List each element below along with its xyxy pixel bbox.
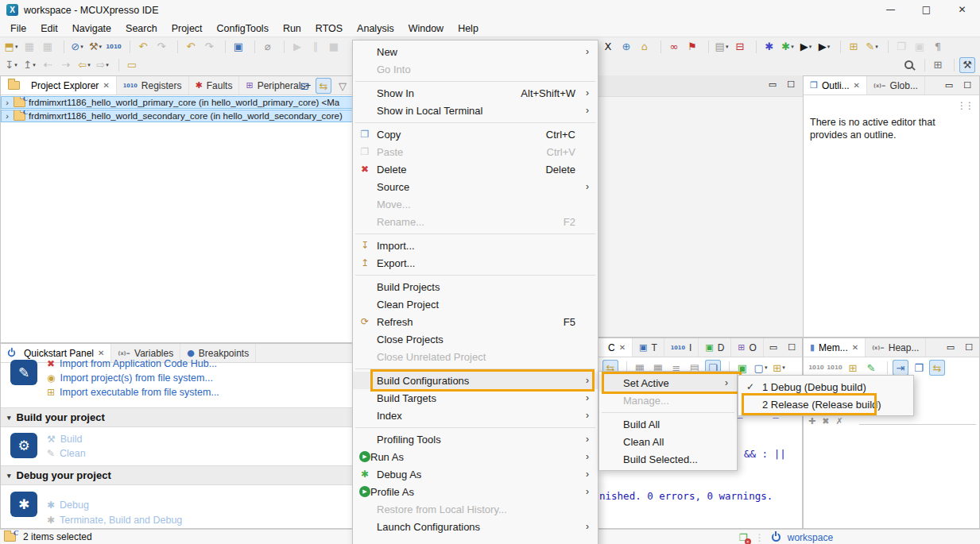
tab-heap-stack[interactable]: (x)= Heap... ✕ — [866, 338, 926, 357]
menu-run-as[interactable]: ▶ Run As › — [353, 448, 598, 465]
toolbar-separator[interactable]: ▾ — [174, 41, 178, 53]
terminal-icon[interactable]: ▣▾ — [230, 39, 246, 55]
menu-launch-configurations[interactable]: Launch Configurations › — [353, 518, 598, 535]
link-terminate-build-debug[interactable]: ✱ Terminate, Build and Debug — [47, 515, 182, 526]
link-with-editor-icon[interactable]: ⇆ — [316, 78, 331, 94]
redo-alt-icon[interactable]: ↷▾ — [201, 39, 217, 55]
toolbar-separator[interactable]: ▾ — [705, 41, 709, 53]
menu-index[interactable]: Index › — [353, 407, 598, 424]
prev-annotation-icon[interactable]: ⇠▾ — [40, 57, 56, 73]
save-icon[interactable]: ▦▾ — [21, 39, 37, 55]
menubar-item[interactable]: Edit — [33, 23, 65, 34]
add-monitor-icon[interactable]: ✚ — [808, 416, 815, 426]
menu-clean-project[interactable]: Clean Project › — [353, 295, 598, 313]
pause-icon[interactable]: ‖▾ — [308, 39, 323, 55]
menu-export[interactable]: ↥ Export... › — [353, 254, 598, 272]
menubar-item[interactable]: Help — [451, 23, 486, 34]
debug-tile[interactable]: ✱ — [10, 492, 37, 517]
menubar-item[interactable]: Project — [165, 23, 210, 34]
menubar-item[interactable]: RTOS — [308, 23, 350, 34]
debug-green-bug-icon[interactable]: ✱▾ — [780, 39, 796, 55]
minimize-icon[interactable]: ▭ — [947, 342, 955, 353]
menu-import[interactable]: ↧ Import... › — [353, 237, 598, 254]
tab-registers[interactable]: 1010 Registers ✕ — [117, 76, 189, 95]
globe-icon[interactable]: ⊕▾ — [618, 39, 634, 55]
mark-occurrences-icon[interactable]: ✎▾ — [864, 39, 880, 55]
launch-power-icon[interactable] — [772, 533, 781, 542]
tab-console[interactable]: C ✕ — [598, 338, 633, 357]
menu-paste[interactable]: ❐ Paste Ctrl+V › — [353, 143, 598, 160]
menu-close-projects[interactable]: Close Projects › — [353, 330, 598, 348]
toolbar-separator[interactable]: ▾ — [126, 41, 130, 53]
menu-delete[interactable]: ✖ Delete Delete › — [353, 160, 598, 178]
link-tool-icon[interactable]: ∞▾ — [666, 39, 682, 55]
close-icon[interactable]: ✕ — [619, 343, 626, 352]
menu-move[interactable]: Move... › — [353, 195, 598, 213]
menubar-item[interactable]: ConfigTools — [210, 23, 276, 34]
undo-icon[interactable]: ↶▾ — [135, 39, 151, 55]
forward-icon[interactable]: ⇨▾ — [95, 57, 110, 73]
toolbar-separator[interactable]: ▾ — [60, 41, 64, 53]
maximize-icon[interactable]: ☐ — [788, 342, 796, 353]
collapse-all-icon[interactable]: ⊟ — [296, 78, 312, 94]
menubar-item[interactable]: Navigate — [65, 23, 118, 34]
export-ranges-icon[interactable]: 1010▾ — [808, 360, 824, 376]
minimize-button[interactable]: — — [873, 0, 908, 20]
menu-build-all[interactable]: Build All › — [599, 415, 737, 433]
menu-clean-all[interactable]: Clean All › — [599, 433, 737, 450]
save-all-icon[interactable]: ▦▾ — [40, 39, 56, 55]
link-clean[interactable]: ✎ Clean — [47, 448, 86, 459]
debug-blue-bug-icon[interactable]: ✱▾ — [761, 39, 777, 55]
expander-icon[interactable]: › — [2, 98, 13, 107]
menu-set-active[interactable]: Set Active › — [599, 374, 737, 392]
ace-flag-icon[interactable]: ⚑▾ — [684, 39, 700, 55]
resume-icon[interactable]: ▶▾ — [289, 39, 305, 55]
link-import-projects[interactable]: ◉ Import project(s) from file system... — [47, 372, 213, 384]
close-icon[interactable]: ✕ — [852, 343, 858, 352]
skip-breakpoints-icon[interactable]: ⊘▾ — [69, 39, 85, 55]
menu-go-into[interactable]: Go Into › — [353, 60, 598, 78]
menu-build-projects[interactable]: Build Projects › — [353, 278, 598, 295]
menu-config-release[interactable]: 2 Release (Release build) — [738, 395, 913, 413]
pilcrow-icon[interactable]: ¶▾ — [930, 39, 946, 55]
menu-close-unrelated[interactable]: Close Unrelated Project › — [353, 348, 598, 365]
checkout-icon[interactable]: ↥▾ — [21, 57, 37, 73]
tab-outline[interactable]: ❐ Outli... ✕ — [804, 76, 867, 95]
no-target-icon[interactable]: ⌀▾ — [260, 39, 276, 55]
open-type-icon[interactable]: ⊞▾ — [846, 39, 862, 55]
build-tile[interactable]: ⚙ — [10, 433, 37, 458]
last-edit-icon[interactable]: ▭▾ — [124, 57, 140, 73]
link-debug[interactable]: ✱ Debug — [47, 500, 89, 511]
view-menu-icon[interactable]: ⋮⋮ — [957, 100, 973, 111]
tab-memory[interactable]: ▮ Mem... ✕ — [804, 338, 866, 357]
filter-icon[interactable]: ▽ — [335, 78, 351, 94]
open-console-icon[interactable]: ⊞▾ — [771, 360, 787, 376]
toolbar-separator[interactable]: ▾ — [884, 361, 888, 374]
add-memory-monitor-icon[interactable]: ⇥▾ — [893, 360, 908, 376]
link-build[interactable]: ⚒ Build — [47, 434, 83, 445]
menu-rename[interactable]: Rename... F2 › — [353, 213, 598, 230]
compare-icon[interactable]: ❐▾ — [893, 39, 909, 55]
toolbar-separator[interactable]: ▾ — [753, 41, 757, 53]
mcux-welcome-icon[interactable]: X▾ — [600, 39, 616, 55]
project-tree-row[interactable]: › C frdmimxrt1186_hello_world_secondary_… — [1, 110, 354, 122]
edit-watch-icon[interactable]: ✎▾ — [863, 360, 879, 376]
tab-project-explorer[interactable]: Project Explorer ✕ — [1, 76, 117, 95]
build-section-header[interactable]: ▾ Build your project — [1, 407, 354, 427]
open-perspective-icon[interactable]: ⊞ — [930, 57, 946, 73]
menubar-item[interactable]: File — [3, 23, 33, 34]
menu-build-configurations[interactable]: Build Configurations › — [353, 372, 598, 389]
minimize-icon[interactable]: ▭ — [945, 80, 953, 91]
toolbar-separator[interactable]: ▾ — [657, 41, 661, 53]
menu-config-debug[interactable]: ✓ 1 Debug (Debug build) — [738, 378, 913, 395]
toolbar-separator[interactable]: ▾ — [281, 41, 285, 53]
home-icon[interactable]: ⌂▾ — [637, 39, 653, 55]
binary-counter-icon[interactable]: 1010▾ — [106, 39, 122, 55]
toolbar-separator[interactable]: ▾ — [251, 41, 255, 53]
menu-debug-as[interactable]: ✱ Debug As › — [353, 465, 598, 483]
memory-tools-icon[interactable]: ▤▾ — [714, 39, 730, 55]
menu-manage[interactable]: Manage... › — [599, 392, 737, 409]
back-icon[interactable]: ⇦▾ — [76, 57, 92, 73]
tab-image-info[interactable]: 1010 I ✕ — [664, 338, 699, 357]
menu-show-in-local-terminal[interactable]: Show in Local Terminal › — [353, 102, 598, 119]
